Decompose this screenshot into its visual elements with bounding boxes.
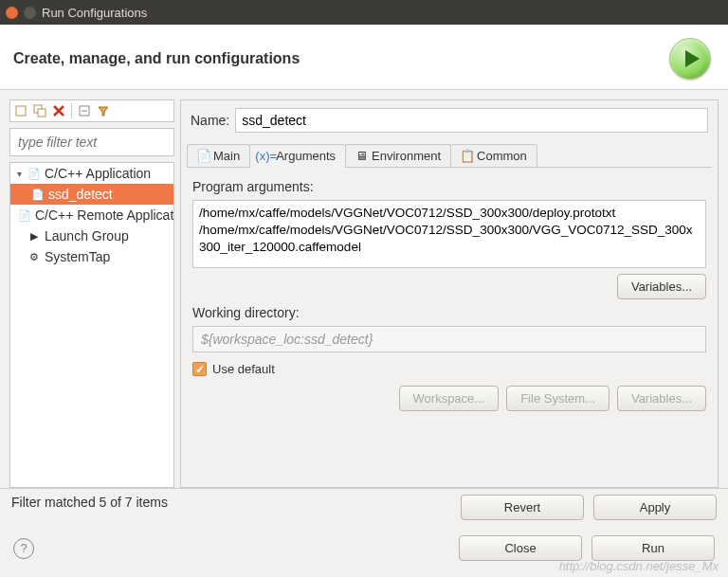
main-tab-icon: 📄 <box>197 150 209 162</box>
config-tree[interactable]: ▾ 📄 C/C++ Application 📄 ssd_detect 📄 C/C… <box>9 162 174 488</box>
svg-rect-3 <box>38 109 46 117</box>
tabs-bar: 📄 Main (x)= Arguments 🖥 Environment 📋 Co… <box>187 144 712 168</box>
revert-button[interactable]: Revert <box>461 495 584 520</box>
titlebar: Run Configurations <box>0 0 728 25</box>
tab-common[interactable]: 📋 Common <box>450 144 537 167</box>
environment-tab-icon: 🖥 <box>355 150 368 162</box>
tree-item-launch-group[interactable]: ▶ Launch Group <box>10 225 173 246</box>
tab-main[interactable]: 📄 Main <box>187 144 250 167</box>
page-heading: Create, manage, and run configurations <box>13 50 300 67</box>
tab-label: Environment <box>372 149 441 163</box>
window-close-button[interactable] <box>6 7 18 19</box>
config-toolbar <box>9 99 174 122</box>
workspace-button: Workspace... <box>399 386 500 411</box>
filter-input[interactable] <box>9 128 174 156</box>
config-icon: 📄 <box>31 188 45 201</box>
name-input[interactable] <box>235 108 708 133</box>
arguments-tab-icon: (x)= <box>260 150 272 162</box>
cpp-remote-icon: 📄 <box>18 208 31 222</box>
working-dir-input[interactable] <box>192 326 706 352</box>
program-args-label: Program arguments: <box>192 179 706 194</box>
window-title: Run Configurations <box>42 6 147 20</box>
duplicate-config-icon[interactable] <box>31 102 48 119</box>
collapse-all-icon[interactable] <box>76 102 93 119</box>
program-args-textarea[interactable] <box>192 200 706 268</box>
tree-label: SystemTap <box>45 249 110 264</box>
filter-status: Filter matched 5 of 7 items <box>11 495 176 510</box>
cpp-app-icon: 📄 <box>27 167 41 180</box>
tree-label: Launch Group <box>45 228 129 243</box>
apply-button[interactable]: Apply <box>593 495 717 520</box>
tab-environment[interactable]: 🖥 Environment <box>345 144 451 167</box>
svg-rect-1 <box>16 106 26 116</box>
tab-label: Common <box>477 149 527 163</box>
tree-item-systemtap[interactable]: ⚙ SystemTap <box>10 246 173 267</box>
common-tab-icon: 📋 <box>461 150 473 162</box>
systemtap-icon: ⚙ <box>27 250 41 263</box>
variables-button[interactable]: Variables... <box>617 274 706 299</box>
tree-label: ssd_detect <box>48 187 113 202</box>
use-default-label: Use default <box>212 362 275 376</box>
tree-label: C/C++ Remote Application <box>35 207 174 223</box>
new-config-icon[interactable] <box>12 102 29 119</box>
variables2-button: Variables... <box>617 386 706 411</box>
launch-group-icon: ▶ <box>27 229 41 243</box>
svg-marker-8 <box>99 107 108 116</box>
window-minimize-button[interactable] <box>24 7 36 19</box>
delete-config-icon[interactable] <box>50 102 67 119</box>
run-button[interactable]: Run <box>592 535 715 561</box>
filter-icon[interactable] <box>95 102 112 119</box>
tab-label: Arguments <box>276 149 336 163</box>
svg-marker-0 <box>685 50 700 67</box>
config-detail-panel: Name: 📄 Main (x)= Arguments 🖥 Environmen… <box>180 99 719 488</box>
help-icon[interactable]: ? <box>13 538 34 559</box>
tab-label: Main <box>213 149 240 163</box>
run-icon-large <box>669 38 711 80</box>
tree-item-ssd-detect[interactable]: 📄 ssd_detect <box>10 184 173 205</box>
tree-item-cpp-remote[interactable]: 📄 C/C++ Remote Application <box>10 205 173 225</box>
tree-label: C/C++ Application <box>45 166 151 181</box>
working-dir-label: Working directory: <box>192 305 706 320</box>
close-button[interactable]: Close <box>459 535 582 561</box>
filesystem-button: File System... <box>506 386 610 411</box>
tab-arguments[interactable]: (x)= Arguments <box>249 144 346 167</box>
header: Create, manage, and run configurations <box>0 25 728 90</box>
name-label: Name: <box>191 113 229 128</box>
expand-toggle-icon[interactable]: ▾ <box>14 169 24 179</box>
tree-item-cpp-app[interactable]: ▾ 📄 C/C++ Application <box>10 163 173 184</box>
use-default-checkbox[interactable]: ✓ <box>192 362 207 376</box>
